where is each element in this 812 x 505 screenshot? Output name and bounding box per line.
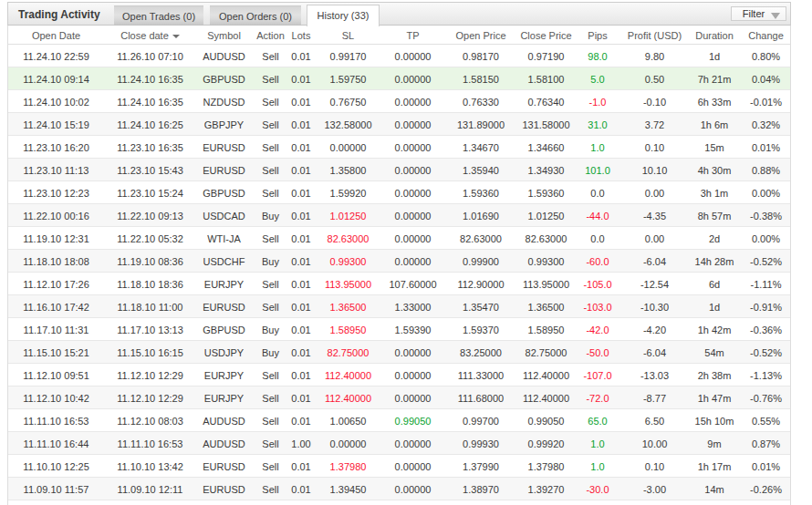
trade-row[interactable]: 11.24.10 10:0211.24.10 16:35NZDUSDSell0.… — [8, 89, 790, 112]
cell-action: Sell — [252, 67, 289, 89]
cell-action: Sell — [252, 294, 289, 317]
cell-tp: 0.00000 — [383, 363, 442, 386]
cell-open-date: 11.12.10 10:42 — [8, 386, 104, 408]
cell-profit-usd: 6.50 — [622, 408, 687, 431]
column-header-open-date[interactable]: Open Date — [8, 26, 104, 44]
cell-symbol: EURUSD — [196, 477, 252, 500]
cell-lots: 0.01 — [289, 249, 313, 272]
trade-row[interactable]: 11.19.10 12:3111.22.10 05:32WTI-JASell0.… — [8, 226, 790, 249]
cell-close-price: 0.99050 — [519, 408, 573, 431]
cell-symbol: AUDUSD — [196, 408, 252, 431]
trade-row[interactable]: 11.12.10 10:4211.12.10 12:29EURJPYSell0.… — [8, 386, 790, 408]
trade-row[interactable]: 11.17.10 11:3111.17.10 13:13GBPUSDBuy0.0… — [8, 317, 790, 340]
cell-symbol: GBPUSD — [196, 67, 252, 89]
cell-tp: 0.00000 — [383, 135, 442, 158]
trade-row[interactable]: 11.16.10 17:4211.18.10 11:00EURUSDSell0.… — [8, 294, 790, 317]
cell-profit-usd: 0.50 — [622, 67, 687, 89]
cell-duration: 9m — [687, 431, 742, 454]
cell-change: -0.52% — [742, 340, 790, 363]
cell-close-price: 1.34930 — [519, 158, 573, 180]
cell-tp: 0.00000 — [383, 67, 442, 89]
tab-open-trades[interactable]: Open Trades (0) — [114, 5, 203, 26]
cell-pips: -44.0 — [573, 203, 622, 226]
cell-change: -0.76% — [742, 386, 790, 408]
trade-row[interactable]: 11.23.10 16:2011.23.10 16:35EURUSDSell0.… — [8, 135, 790, 158]
cell-lots: 0.01 — [289, 454, 313, 477]
cell-open-price: 1.37990 — [442, 454, 519, 477]
cell-close-price: 0.97190 — [519, 44, 573, 67]
cell-open-price: 1.35470 — [442, 294, 519, 317]
cell-change: 0.87% — [742, 431, 790, 454]
cell-symbol: EURUSD — [196, 294, 252, 317]
trade-row[interactable]: 11.11.10 16:4411.11.10 16:53AUDUSDSell1.… — [8, 431, 790, 454]
filter-button[interactable]: Filter — [731, 6, 786, 21]
trade-row[interactable]: 11.23.10 12:2311.23.10 15:24GBPUSDSell0.… — [8, 180, 790, 203]
column-header-close-date[interactable]: Close date — [104, 26, 196, 44]
history-table: Open DateClose dateSymbolActionLotsSLTPO… — [8, 26, 790, 500]
cell-open-date: 11.16.10 17:42 — [8, 294, 104, 317]
trade-row[interactable]: 11.11.10 16:5311.12.10 08:03AUDUSDSell0.… — [8, 408, 790, 431]
cell-close-price: 1.34660 — [519, 135, 573, 158]
column-header-symbol[interactable]: Symbol — [196, 26, 252, 44]
trade-row[interactable]: 11.24.10 22:5911.26.10 07:10AUDUSDSell0.… — [8, 44, 790, 67]
column-header-open-price[interactable]: Open Price — [442, 26, 519, 44]
cell-open-price: 1.58150 — [442, 67, 519, 89]
cell-profit-usd: 0.00 — [622, 226, 687, 249]
cell-close-price: 82.75000 — [519, 340, 573, 363]
trade-row[interactable]: 11.24.10 15:1911.24.10 16:25GBPJPYSell0.… — [8, 112, 790, 135]
column-header-close-price[interactable]: Close Price — [519, 26, 573, 44]
cell-sl: 112.40000 — [313, 363, 383, 386]
column-header-duration[interactable]: Duration — [687, 26, 742, 44]
cell-open-date: 11.23.10 11:13 — [8, 158, 104, 180]
cell-close-price: 131.58000 — [519, 112, 573, 135]
cell-profit-usd: 0.10 — [622, 135, 687, 158]
cell-symbol: EURJPY — [196, 272, 252, 294]
column-header-profit-usd[interactable]: Profit (USD) — [622, 26, 687, 44]
column-header-tp[interactable]: TP — [383, 26, 442, 44]
cell-close-date: 11.22.10 05:32 — [104, 226, 196, 249]
column-header-pips[interactable]: Pips — [573, 26, 622, 44]
cell-lots: 0.01 — [289, 386, 313, 408]
trade-row[interactable]: 11.22.10 00:1611.22.10 09:13USDCADBuy0.0… — [8, 203, 790, 226]
cell-symbol: EURJPY — [196, 363, 252, 386]
cell-symbol: USDJPY — [196, 340, 252, 363]
cell-action: Sell — [252, 386, 289, 408]
cell-symbol: EURUSD — [196, 158, 252, 180]
widget-title: Trading Activity — [18, 9, 100, 20]
column-header-action[interactable]: Action — [252, 26, 289, 44]
cell-change: -0.91% — [742, 294, 790, 317]
cell-profit-usd: 3.72 — [622, 112, 687, 135]
trade-row[interactable]: 11.09.10 11:5711.09.10 12:11EURUSDSell0.… — [8, 477, 790, 500]
filter-button-label: Filter — [743, 8, 765, 19]
trade-row[interactable]: 11.10.10 12:2511.10.10 13:42EURUSDSell0.… — [8, 454, 790, 477]
cell-sl: 132.58000 — [313, 112, 383, 135]
trade-row[interactable]: 11.23.10 11:1311.23.10 15:43EURUSDSell0.… — [8, 158, 790, 180]
cell-symbol: GBPUSD — [196, 180, 252, 203]
cell-change: -0.52% — [742, 249, 790, 272]
cell-change: 0.88% — [742, 158, 790, 180]
tab-history[interactable]: History (33) — [307, 5, 380, 26]
cell-sl: 1.00650 — [313, 408, 383, 431]
trade-row[interactable]: 11.12.10 09:5111.12.10 12:29EURJPYSell0.… — [8, 363, 790, 386]
tab-open-orders[interactable]: Open Orders (0) — [210, 5, 301, 26]
trade-row[interactable]: 11.15.10 15:2111.15.10 16:15USDJPYBuy0.0… — [8, 340, 790, 363]
cell-pips: 0.0 — [573, 226, 622, 249]
column-header-change[interactable]: Change — [742, 26, 790, 44]
trade-row[interactable]: 11.12.10 17:2611.18.10 18:36EURJPYSell0.… — [8, 272, 790, 294]
column-header-lots[interactable]: Lots — [289, 26, 313, 44]
cell-action: Sell — [252, 135, 289, 158]
cell-sl: 1.59750 — [313, 67, 383, 89]
cell-open-date: 11.19.10 12:31 — [8, 226, 104, 249]
cell-symbol: AUDUSD — [196, 431, 252, 454]
column-header-sl[interactable]: SL — [313, 26, 383, 44]
cell-open-price: 0.76330 — [442, 89, 519, 112]
cell-lots: 0.01 — [289, 477, 313, 500]
cell-open-date: 11.15.10 15:21 — [8, 340, 104, 363]
trade-row[interactable]: 11.18.10 18:0811.19.10 08:36USDCHFBuy0.0… — [8, 249, 790, 272]
cell-close-date: 11.26.10 07:10 — [104, 44, 196, 67]
trade-row[interactable]: 11.24.10 09:1411.24.10 16:35GBPUSDSell0.… — [8, 67, 790, 89]
trading-activity-widget: Trading Activity Open Trades (0) Open Or… — [7, 2, 791, 505]
cell-profit-usd: -8.77 — [622, 386, 687, 408]
cell-open-date: 11.18.10 18:08 — [8, 249, 104, 272]
cell-action: Sell — [252, 272, 289, 294]
